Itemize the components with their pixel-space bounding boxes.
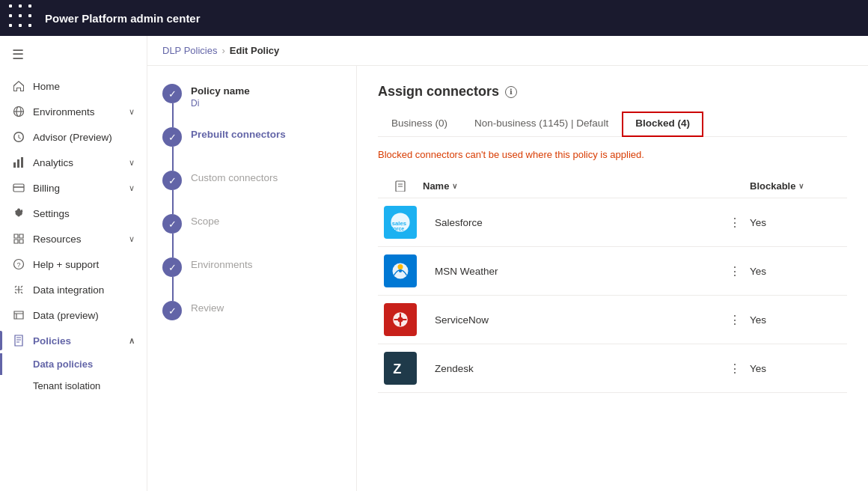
sidebar-sub-item-tenant-isolation[interactable]: Tenant isolation (0, 375, 147, 397)
sidebar-label-data-preview: Data (preview) (33, 310, 99, 321)
settings-icon (12, 207, 25, 220)
tab-blocked[interactable]: Blocked (4) (622, 112, 703, 137)
content-area: ✓ Policy name Di ✓ (147, 66, 868, 491)
step-circle-2: ✓ (162, 127, 182, 147)
connector-tabs: Business (0) Non-business (1145) | Defau… (378, 112, 847, 137)
sidebar-sub-label-tenant-isolation: Tenant isolation (33, 380, 100, 391)
svg-text:Z: Z (393, 362, 401, 376)
step-title-3: Custom connectors (191, 172, 278, 183)
layout: ☰ Home Environments ∨ Advisor (Preview) (0, 36, 868, 491)
svg-rect-6 (13, 184, 24, 192)
col-name-header[interactable]: Name ∨ (423, 180, 720, 192)
sidebar-label-advisor: Advisor (Preview) (33, 132, 112, 143)
step-circle-3: ✓ (162, 171, 182, 190)
svg-text:force: force (391, 226, 404, 231)
sidebar-item-policies[interactable]: Policies ∧ (0, 328, 147, 353)
environments-icon (12, 105, 25, 118)
sidebar-label-analytics: Analytics (33, 157, 73, 168)
connector-logo-salesforce: salesforce (384, 206, 417, 239)
step-scope: ✓ Scope (162, 214, 341, 257)
analytics-icon (12, 156, 25, 169)
connector-name-msn-weather: MSN Weather (423, 266, 720, 277)
advisor-icon (12, 130, 25, 144)
connector-logo-cell: salesforce (378, 206, 423, 239)
sidebar-item-data-preview[interactable]: Data (preview) (0, 302, 147, 328)
chevron-down-icon: ∨ (129, 158, 135, 168)
chevron-up-icon: ∧ (129, 336, 135, 346)
tab-non-business[interactable]: Non-business (1145) | Default (461, 112, 622, 136)
connector-name-salesforce: Salesforce (423, 217, 720, 228)
breadcrumb-current: Edit Policy (230, 45, 279, 56)
table-row: ServiceNow ⋮ Yes (378, 296, 847, 344)
sidebar-item-settings[interactable]: Settings (0, 201, 147, 226)
billing-icon (12, 181, 25, 195)
help-icon: ? (12, 257, 25, 271)
connector-logo-msn-weather (384, 254, 417, 287)
step-custom-connectors: ✓ Custom connectors (162, 171, 341, 214)
connector-logo-cell: Z (378, 352, 423, 385)
blocked-message: Blocked connectors can't be used where t… (378, 149, 847, 160)
step-title-5: Environments (191, 259, 253, 270)
stepper-panel: ✓ Policy name Di ✓ (147, 66, 357, 491)
step-review: ✓ Review (162, 301, 341, 320)
sidebar-item-resources[interactable]: Resources ∨ (0, 226, 147, 251)
connector-logo-cell (378, 254, 423, 287)
connector-list: salesforce Salesforce ⋮ Yes MSN Weather … (378, 198, 847, 393)
main-content: DLP Policies › Edit Policy ✓ Policy name (147, 36, 868, 491)
svg-rect-5 (21, 157, 23, 168)
tab-business[interactable]: Business (0) (378, 112, 461, 136)
svg-point-18 (399, 269, 402, 272)
sidebar-label-home: Home (33, 81, 60, 92)
breadcrumb-separator: › (221, 45, 224, 56)
step-title-1: Policy name (191, 85, 250, 97)
app-title: Power Platform admin center (45, 12, 201, 25)
step-prebuilt-connectors: ✓ Prebuilt connectors (162, 127, 341, 171)
connector-menu-salesforce[interactable]: ⋮ (720, 216, 750, 230)
connector-menu-servicenow[interactable]: ⋮ (720, 313, 750, 327)
sidebar: ☰ Home Environments ∨ Advisor (Preview) (0, 36, 147, 491)
svg-point-17 (398, 264, 403, 269)
step-environments: ✓ Environments (162, 257, 341, 301)
step-circle-5: ✓ (162, 257, 182, 277)
hamburger-button[interactable]: ☰ (0, 36, 147, 73)
step-subtitle-1: Di (191, 98, 250, 109)
sidebar-item-advisor[interactable]: Advisor (Preview) (0, 124, 147, 150)
sidebar-label-environments: Environments (33, 106, 95, 118)
sidebar-item-analytics[interactable]: Analytics ∨ (0, 150, 147, 175)
data-preview-icon (12, 308, 25, 322)
breadcrumb-parent[interactable]: DLP Policies (162, 45, 217, 56)
sidebar-item-billing[interactable]: Billing ∨ (0, 175, 147, 201)
connector-name-zendesk: Zendesk (423, 363, 720, 374)
step-title-2: Prebuilt connectors (191, 129, 286, 140)
sidebar-label-policies: Policies (33, 335, 71, 347)
sidebar-item-environments[interactable]: Environments ∨ (0, 99, 147, 124)
connector-menu-msn-weather[interactable]: ⋮ (720, 264, 750, 278)
chevron-down-icon: ∨ (129, 183, 135, 193)
home-icon (12, 79, 25, 93)
sidebar-item-home[interactable]: Home (0, 73, 147, 99)
info-icon[interactable]: ℹ (505, 86, 517, 98)
connector-blockable-salesforce: Yes (750, 217, 847, 228)
chevron-down-icon: ∨ (129, 107, 135, 117)
sidebar-label-help: Help + support (33, 259, 99, 270)
connector-blockable-msn-weather: Yes (750, 266, 847, 277)
assign-header: Assign connectors ℹ (378, 84, 847, 100)
app-grid-icon[interactable] (9, 4, 36, 31)
right-panel: Assign connectors ℹ Business (0) Non-bus… (357, 66, 868, 491)
table-row: Z Zendesk ⋮ Yes (378, 344, 847, 393)
table-row: salesforce Salesforce ⋮ Yes (378, 198, 847, 247)
sort-icon-blockable: ∨ (798, 182, 804, 190)
svg-rect-4 (17, 159, 19, 168)
svg-text:?: ? (17, 261, 21, 269)
topbar: Power Platform admin center (0, 0, 868, 36)
connector-logo-zendesk: Z (384, 352, 417, 385)
sidebar-sub-label-data-policies: Data policies (33, 359, 93, 370)
col-blockable-header[interactable]: Blockable ∨ (750, 180, 847, 192)
sidebar-sub-item-data-policies[interactable]: Data policies (0, 353, 147, 375)
table-row: MSN Weather ⋮ Yes (378, 247, 847, 296)
sidebar-item-data-integration[interactable]: Data integration (0, 277, 147, 302)
svg-rect-3 (13, 162, 16, 168)
step-circle-6: ✓ (162, 301, 182, 320)
sidebar-item-help[interactable]: ? Help + support (0, 251, 147, 277)
connector-menu-zendesk[interactable]: ⋮ (720, 362, 750, 376)
